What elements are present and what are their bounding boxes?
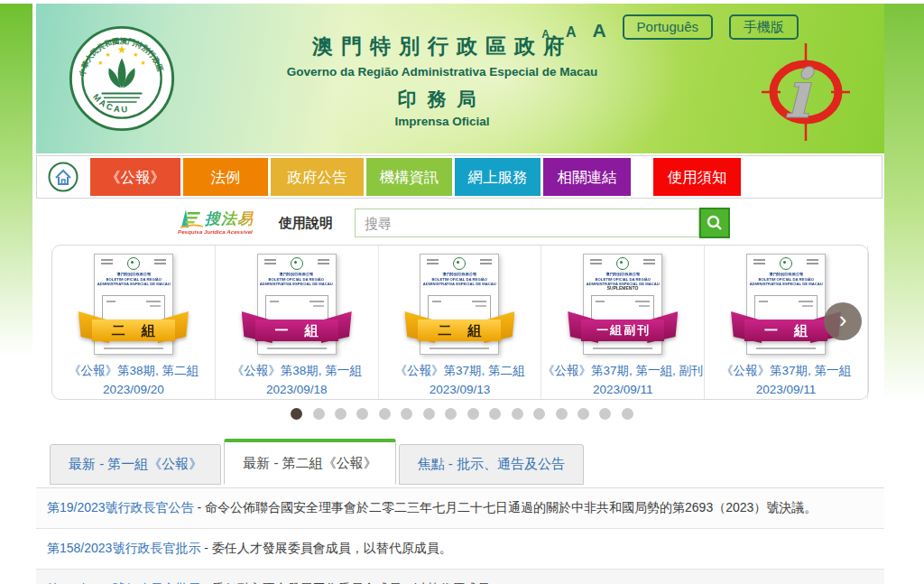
legal-search-logo-icon	[178, 208, 205, 229]
news-row-link[interactable]: 第158/2023號行政長官批示	[47, 541, 200, 555]
carousel-item[interactable]: 澳門特別行政區公報BOLETIM OFICIAL DA REGIÃOADMINI…	[216, 246, 379, 399]
search-button[interactable]	[699, 208, 730, 238]
nav-item-gazette[interactable]: 《公報》	[90, 158, 180, 196]
font-size-large-button[interactable]: A	[592, 21, 605, 40]
chevron-right-icon: ›	[839, 306, 847, 334]
news-row-link[interactable]: 第19/2023號行政長官公告	[47, 500, 194, 514]
cover-emblem-icon	[291, 257, 303, 270]
bureau-title-pt: Imprensa Oficial	[36, 115, 848, 128]
header-topbar: A A A Português 手機版	[36, 14, 799, 40]
search-icon	[706, 214, 724, 232]
carousel-item[interactable]: 澳門特別行政區公報BOLETIM OFICIAL DA REGIÃOADMINI…	[52, 246, 216, 399]
gazette-cover: 澳門特別行政區公報BOLETIM OFICIAL DA REGIÃOADMINI…	[257, 254, 337, 355]
font-size-small-button[interactable]: A	[541, 29, 550, 40]
nav-item-related-links[interactable]: 相關連結	[543, 158, 631, 196]
group-ribbon: 二 組	[406, 319, 513, 342]
mobile-version-button[interactable]: 手機版	[729, 14, 799, 40]
news-tabs: 最新 - 第一組《公報》 最新 - 第二組《公報》 焦點 - 批示、通告及公告	[50, 439, 587, 485]
font-size-medium-button[interactable]: A	[566, 25, 577, 40]
carousel-item[interactable]: 澳門特別行政區公報BOLETIM OFICIAL DA REGIÃOADMINI…	[541, 246, 705, 399]
bureau-title-zh: 印務局	[36, 87, 848, 112]
cover-emblem-icon	[616, 257, 629, 270]
cover-title-lines: 澳門特別行政區公報BOLETIM OFICIAL DA REGIÃOADMINI…	[747, 272, 825, 286]
carousel-next-button[interactable]: ›	[824, 302, 862, 340]
home-button[interactable]	[39, 157, 88, 197]
search-input[interactable]	[355, 209, 699, 237]
tab-latest-group1-gazette[interactable]: 最新 - 第一組《公報》	[50, 444, 221, 485]
left-green-strip	[0, 4, 32, 356]
pagination-dot[interactable]	[356, 408, 368, 420]
news-row[interactable]: 第158/2023號行政長官批示 - 委任人才發展委員會成員，以替代原成員。	[36, 529, 884, 570]
site-title-block: 澳門特別行政區政府 Governo da Região Administrati…	[36, 32, 848, 128]
pagination-dot[interactable]	[401, 408, 412, 420]
news-list: 第19/2023號行政長官公告 - 命令公佈聯合國安全理事會於二零二三年七月二十…	[36, 487, 884, 584]
news-row[interactable]: 第157/2023號行政長官批示 - 委任融入國家發展工作委員會成員，以替代原成…	[36, 570, 884, 584]
pagination-dot[interactable]	[599, 408, 611, 420]
pagination-dot[interactable]	[533, 408, 545, 420]
nav-item-online-services[interactable]: 網上服務	[455, 158, 541, 196]
gazette-carousel: 澳門特別行政區公報BOLETIM OFICIAL DA REGIÃOADMINI…	[51, 245, 869, 400]
legal-search-logo-subtext: Pesquisa Jurídica Acessível	[178, 228, 253, 235]
home-icon	[47, 161, 79, 193]
main-navigation: 《公報》 法例 政府公告 機構資訊 網上服務 相關連結 使用須知	[36, 155, 882, 199]
nav-item-legislation[interactable]: 法例	[183, 158, 268, 196]
nav-item-organization-info[interactable]: 機構資訊	[366, 158, 452, 196]
tab-latest-group2-gazette[interactable]: 最新 - 第二組《公報》	[224, 439, 395, 485]
news-row[interactable]: 第19/2023號行政長官公告 - 命令公佈聯合國安全理事會於二零二三年七月二十…	[36, 488, 884, 529]
cover-title-lines: 澳門特別行政區公報BOLETIM OFICIAL DA REGIÃOADMINI…	[584, 272, 661, 286]
pagination-dot[interactable]	[291, 408, 302, 420]
gazette-date: 2023/09/11	[541, 383, 704, 396]
gazette-date: 2023/09/20	[52, 383, 215, 396]
gazette-date: 2023/09/18	[216, 383, 378, 396]
gazette-date: 2023/09/13	[379, 383, 541, 396]
cover-title-lines: 澳門特別行政區公報BOLETIM OFICIAL DA REGIÃOADMINI…	[95, 272, 172, 286]
gazette-link[interactable]: 《公報》第37期, 第一組, 副刊	[541, 363, 704, 379]
pagination-dot[interactable]	[467, 408, 479, 420]
gazette-link[interactable]: 《公報》第37期, 第二組	[379, 363, 541, 379]
pagination-dot[interactable]	[379, 408, 391, 420]
pagination-dot[interactable]	[512, 408, 523, 420]
gazette-link[interactable]: 《公報》第38期, 第二組	[52, 363, 215, 379]
group-ribbon: 一組副刊	[569, 319, 676, 342]
pagination-dot[interactable]	[622, 408, 633, 420]
pagination-dot[interactable]	[313, 408, 325, 420]
cover-title-lines: 澳門特別行政區公報BOLETIM OFICIAL DA REGIÃOADMINI…	[258, 272, 336, 286]
pagination-dot[interactable]	[489, 408, 501, 420]
pagination-dot[interactable]	[423, 408, 435, 420]
gazette-cover: 澳門特別行政區公報BOLETIM OFICIAL DA REGIÃOADMINI…	[583, 254, 662, 355]
header-banner: 中華人民共和國澳門特別行政區 ★ ★ ★ ★ ★ MACAU 澳門特別行政區政府…	[36, 4, 884, 153]
gazette-cover: 澳門特別行政區公報BOLETIM OFICIAL DA REGIÃOADMINI…	[746, 254, 826, 355]
portuguese-language-button[interactable]: Português	[623, 14, 713, 40]
gazette-link[interactable]: 《公報》第37期, 第一組	[705, 363, 867, 379]
gov-title-pt: Governo da Região Administrativa Especia…	[36, 65, 848, 79]
carousel-item[interactable]: 澳門特別行政區公報BOLETIM OFICIAL DA REGIÃOADMINI…	[379, 246, 542, 399]
cover-emblem-icon	[127, 257, 140, 270]
legal-search-logo[interactable]: 搜法易 Pesquisa Jurídica Acessível	[178, 208, 268, 238]
legal-search-logo-text: 搜法易	[205, 209, 254, 229]
news-row-text: - 命令公佈聯合國安全理事會於二零二三年七月二十七日通過的關於中非共和國局勢的第…	[194, 500, 818, 514]
pagination-dot[interactable]	[445, 408, 457, 420]
nav-item-government-notices[interactable]: 政府公告	[271, 158, 364, 196]
gazette-link[interactable]: 《公報》第38期, 第一組	[216, 363, 378, 379]
pagination-dot[interactable]	[578, 408, 589, 420]
cover-emblem-icon	[453, 257, 466, 270]
news-row-text: - 委任人才發展委員會成員，以替代原成員。	[200, 541, 451, 555]
pagination-dot[interactable]	[335, 408, 346, 420]
pagination-dot[interactable]	[556, 408, 568, 420]
tab-focus-notices[interactable]: 焦點 - 批示、通告及公告	[399, 444, 584, 485]
group-ribbon: 一 組	[244, 319, 350, 342]
usage-instructions-link[interactable]: 使用說明	[279, 215, 333, 232]
imprensa-oficial-crosshair-logo: i	[761, 42, 851, 143]
carousel-pagination	[0, 407, 924, 423]
gazette-cover: 澳門特別行政區公報BOLETIM OFICIAL DA REGIÃOADMINI…	[94, 254, 173, 355]
gazette-cover: 澳門特別行政區公報BOLETIM OFICIAL DA REGIÃOADMINI…	[420, 254, 499, 355]
page: 中華人民共和國澳門特別行政區 ★ ★ ★ ★ ★ MACAU 澳門特別行政區政府…	[0, 0, 924, 584]
cover-title-lines: 澳門特別行政區公報BOLETIM OFICIAL DA REGIÃOADMINI…	[421, 272, 499, 286]
cover-supplement-label: SUPLEMENTO	[604, 285, 642, 291]
gazette-date: 2023/09/11	[705, 383, 867, 396]
search-row: 搜法易 Pesquisa Jurídica Acessível 使用說明	[36, 202, 884, 244]
cover-emblem-icon	[780, 257, 792, 270]
group-ribbon: 二 組	[80, 319, 187, 342]
right-green-strip	[884, 4, 924, 401]
nav-item-terms-of-use[interactable]: 使用須知	[653, 158, 741, 196]
